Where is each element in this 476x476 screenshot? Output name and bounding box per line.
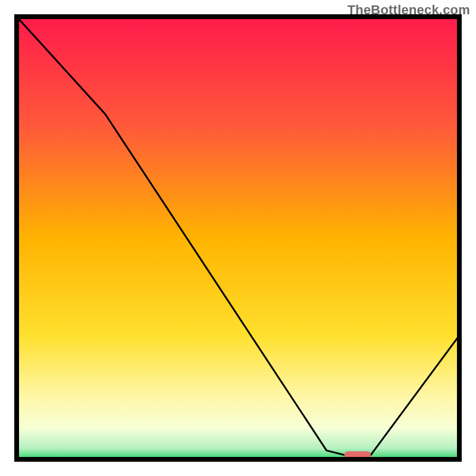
watermark-text: TheBottleneck.com	[347, 2, 470, 18]
chart-background	[17, 17, 459, 459]
bottleneck-chart	[0, 0, 476, 476]
